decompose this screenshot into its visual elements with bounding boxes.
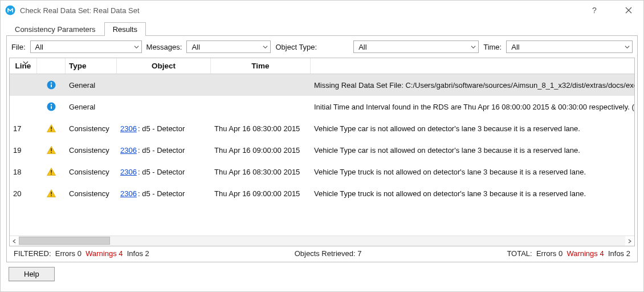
scroll-track[interactable] xyxy=(19,236,625,246)
warning-icon xyxy=(37,146,66,154)
svg-rect-14 xyxy=(51,148,52,151)
col-time[interactable]: Time xyxy=(211,58,311,74)
horizontal-scrollbar[interactable] xyxy=(10,236,634,246)
cell-message: Initial Time and Interval found in the R… xyxy=(311,103,634,111)
file-dropdown[interactable]: All xyxy=(30,40,142,53)
object-suffix: : d5 - Detector xyxy=(138,168,185,176)
messages-value: All xyxy=(191,43,199,51)
time-value: All xyxy=(511,43,519,51)
status-filtered-infos-label: Infos xyxy=(127,249,143,258)
object-type-dropdown[interactable]: All xyxy=(353,40,479,53)
status-objects-retrieved-value: 7 xyxy=(357,249,361,258)
cell-type: Consistency xyxy=(66,124,117,133)
status-objects-retrieved-label: Objects Retrieved: xyxy=(295,249,356,258)
svg-rect-17 xyxy=(51,170,52,173)
cell-type: General xyxy=(66,81,117,90)
svg-rect-15 xyxy=(51,152,52,153)
status-total-warnings-label: Warnings xyxy=(566,249,597,258)
svg-point-9 xyxy=(51,104,52,105)
scroll-left-arrow-icon[interactable] xyxy=(10,236,19,246)
title-bar: Check Real Data Set: Real Data Set ? xyxy=(1,1,643,20)
button-row: Help xyxy=(6,262,638,286)
cell-line: 20 xyxy=(10,189,37,198)
svg-rect-11 xyxy=(51,127,52,129)
object-link[interactable]: 2306 xyxy=(120,189,137,198)
help-icon[interactable]: ? xyxy=(584,2,605,18)
cell-time: Thu Apr 16 08:30:00 2015 xyxy=(211,168,311,176)
col-icon[interactable] xyxy=(37,58,66,74)
file-value: All xyxy=(35,43,43,51)
cell-object: 2306: d5 - Detector xyxy=(117,189,211,198)
help-button[interactable]: Help xyxy=(9,267,55,281)
table-row[interactable]: 19Consistency2306: d5 - DetectorThu Apr … xyxy=(10,139,634,161)
status-total-label: TOTAL: xyxy=(507,249,532,258)
tabs: Consistency Parameters Results xyxy=(6,20,638,36)
col-object-label: Object xyxy=(152,62,176,70)
svg-rect-8 xyxy=(51,106,52,109)
col-line[interactable]: Line xyxy=(10,58,37,74)
sort-chevron-icon xyxy=(23,60,28,66)
app-icon xyxy=(5,5,15,15)
object-suffix: : d5 - Detector xyxy=(138,124,185,133)
cell-message: Vehicle Type truck is not allowed on det… xyxy=(311,189,634,198)
status-filtered-warnings-label: Warnings xyxy=(85,249,116,258)
scroll-right-arrow-icon[interactable] xyxy=(625,236,634,246)
object-link[interactable]: 2306 xyxy=(120,168,137,176)
cell-message: Vehicle Type car is not allowed on detec… xyxy=(311,146,634,155)
cell-line: 18 xyxy=(10,168,37,176)
cell-type: Consistency xyxy=(66,168,117,176)
warning-icon xyxy=(37,189,66,197)
status-objects-retrieved: Objects Retrieved: 7 xyxy=(295,249,362,258)
tab-label: Consistency Parameters xyxy=(15,25,96,34)
time-dropdown[interactable]: All xyxy=(506,40,633,53)
svg-point-6 xyxy=(51,82,52,83)
close-icon[interactable] xyxy=(618,2,639,18)
status-filtered-infos-value: 2 xyxy=(145,249,149,258)
col-type[interactable]: Type xyxy=(66,58,117,74)
table-row[interactable]: 17Consistency2306: d5 - DetectorThu Apr … xyxy=(10,117,634,139)
info-icon xyxy=(37,102,66,111)
object-suffix: : d5 - Detector xyxy=(138,146,185,155)
cell-line: 17 xyxy=(10,124,37,133)
col-message[interactable] xyxy=(311,58,634,74)
chevron-down-icon xyxy=(263,44,268,50)
svg-rect-21 xyxy=(51,195,52,196)
status-bar: FILTERED: Errors 0 Warnings 4 Infos 2 Ob… xyxy=(9,246,635,259)
table-row[interactable]: GeneralInitial Time and Interval found i… xyxy=(10,96,634,117)
scroll-thumb[interactable] xyxy=(19,237,110,245)
cell-line: 19 xyxy=(10,146,37,155)
svg-rect-12 xyxy=(51,130,52,131)
table-row[interactable]: GeneralMissing Real Data Set File: C:/Us… xyxy=(10,74,634,96)
cell-object: 2306: d5 - Detector xyxy=(117,124,211,133)
tab-results[interactable]: Results xyxy=(104,22,146,36)
time-label: Time: xyxy=(483,43,502,51)
messages-label: Messages: xyxy=(146,43,182,51)
status-total-infos-value: 2 xyxy=(626,249,630,258)
filter-row: File: All Messages: All Object Type: All… xyxy=(9,40,635,58)
object-type-value: All xyxy=(358,43,366,51)
messages-dropdown[interactable]: All xyxy=(186,40,271,53)
status-total-errors-label: Errors xyxy=(536,249,556,258)
status-filtered-errors-value: 0 xyxy=(78,249,81,258)
tab-consistency-parameters[interactable]: Consistency Parameters xyxy=(6,22,104,36)
warning-icon xyxy=(37,124,66,132)
cell-type: Consistency xyxy=(66,189,117,198)
cell-message: Vehicle Type truck is not allowed on det… xyxy=(311,168,634,176)
table-row[interactable]: 20Consistency2306: d5 - DetectorThu Apr … xyxy=(10,182,634,204)
info-icon xyxy=(37,80,66,90)
status-filtered-label: FILTERED: xyxy=(14,249,51,258)
chevron-down-icon xyxy=(471,44,476,50)
object-link[interactable]: 2306 xyxy=(120,124,137,133)
object-link[interactable]: 2306 xyxy=(120,146,137,155)
tab-label: Results xyxy=(113,25,137,34)
object-type-label: Object Type: xyxy=(275,43,317,51)
table-header: Line Type Object Time xyxy=(10,58,634,74)
col-object[interactable]: Object xyxy=(117,58,211,74)
status-total-warnings-value: 4 xyxy=(600,249,604,258)
status-total-infos-label: Infos xyxy=(608,249,624,258)
cell-time: Thu Apr 16 09:00:00 2015 xyxy=(211,146,311,155)
table-row[interactable]: 18Consistency2306: d5 - DetectorThu Apr … xyxy=(10,161,634,182)
results-table: Line Type Object Time GeneralMissing Rea… xyxy=(9,58,635,246)
cell-object: 2306: d5 - Detector xyxy=(117,146,211,155)
status-total: TOTAL: Errors 0 Warnings 4 Infos 2 xyxy=(507,249,630,258)
